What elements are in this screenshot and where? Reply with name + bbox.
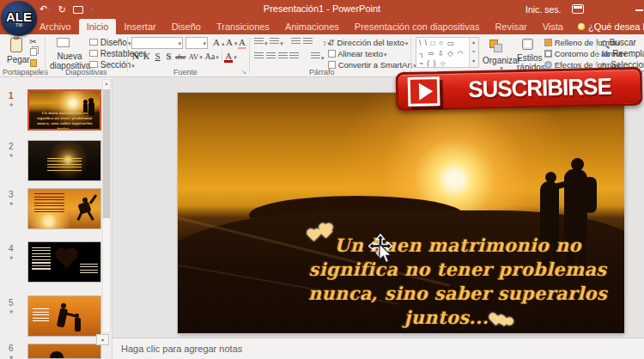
slide-canvas: Un buen matrimonio no significa no tener… — [112, 77, 644, 338]
replace-icon: ab — [601, 50, 611, 58]
change-case-button[interactable]: Aa▾ — [205, 52, 219, 61]
animation-star-icon: * — [9, 254, 13, 265]
animation-star-icon: * — [9, 308, 13, 319]
replace-button[interactable]: ab Reemplazar — [601, 49, 644, 58]
slide-thumbnail-1[interactable]: Un buen matrimonio no significa no tener… — [27, 89, 101, 131]
slide-thumbnail-4[interactable] — [27, 241, 101, 283]
slide-number-2: 2 — [9, 142, 14, 151]
animation-star-icon: * — [9, 354, 13, 359]
clipboard-dialog-launcher-icon[interactable]: ↘ — [37, 69, 42, 76]
layout-button[interactable]: Diseño▾ — [89, 38, 131, 47]
group-separator — [410, 37, 411, 73]
shape-effects-icon — [544, 61, 552, 69]
font-dialog-launcher-icon[interactable]: ↘ — [241, 69, 246, 76]
tab-insertar[interactable]: Insertar — [116, 19, 163, 34]
strikethrough-button[interactable]: abc — [175, 52, 186, 61]
align-center-icon[interactable] — [266, 52, 276, 60]
paragraph-group-label: Párrafo — [309, 68, 335, 76]
slide-thumbnail-2[interactable] — [27, 140, 101, 181]
tab-inicio[interactable]: Inicio — [79, 19, 117, 34]
bullets-icon[interactable] — [254, 38, 264, 46]
new-slide-icon[interactable] — [57, 38, 70, 47]
tab-transiciones[interactable]: Transiciones — [209, 19, 277, 34]
slide-1-editing-area[interactable]: Un buen matrimonio no significa no tener… — [178, 93, 624, 333]
animation-star-icon: * — [9, 200, 13, 210]
text-direction-button[interactable]: ⇵ Dirección del texto▾ — [328, 38, 408, 47]
shapes-gallery[interactable]: \ \ □ ○ ▭ ┐ ⇨ ⇩ ◇ ◠ ~ ( ) ☆ ▴=▾ — [416, 37, 479, 68]
layout-icon — [89, 39, 98, 46]
underline-button[interactable]: S — [154, 51, 162, 61]
tab-revisar[interactable]: Revisar — [487, 19, 534, 34]
tab-vista[interactable]: Vista — [535, 19, 571, 34]
group-separator — [127, 37, 128, 73]
cut-icon[interactable]: ✂ — [29, 37, 36, 46]
justify-icon[interactable] — [289, 52, 299, 60]
align-right-icon[interactable] — [278, 52, 288, 60]
section-icon — [89, 61, 98, 68]
ribbon-display-options-icon[interactable] — [572, 4, 584, 14]
decrease-indent-icon[interactable] — [291, 38, 301, 46]
text-shadow-button[interactable]: S — [164, 51, 173, 61]
slide-quote-text[interactable]: Un buen matrimonio no significa no tener… — [298, 234, 617, 330]
powerpoint-window: ↶▾ ↻ ▾ Presentación1 - PowerPoint Inic. … — [0, 0, 644, 359]
animation-star-icon: * — [9, 101, 13, 112]
thumb1-quote: Un buen matrimonio no significa no tener… — [35, 111, 94, 131]
shape-outline-icon — [544, 50, 552, 58]
font-color-button[interactable]: A — [224, 52, 233, 63]
shrink-font-button[interactable]: A▾ — [225, 37, 238, 47]
minimize-icon[interactable] — [635, 9, 643, 11]
reset-icon — [89, 50, 98, 57]
italic-button[interactable]: K — [143, 51, 151, 61]
tab-animaciones[interactable]: Animaciones — [277, 19, 347, 34]
panel-scrollbar-thumb[interactable] — [103, 89, 110, 218]
line-spacing-icon[interactable]: ↕ — [323, 39, 327, 47]
notes-placeholder: Haga clic para agregar notas — [121, 344, 242, 354]
move-cursor-icon — [368, 234, 398, 266]
group-separator — [249, 37, 250, 73]
slide-thumbnail-5[interactable] — [27, 295, 101, 337]
increase-indent-icon[interactable] — [303, 38, 313, 46]
font-name-combo[interactable]: ▾ — [131, 37, 183, 49]
font-group-label: Fuente — [173, 68, 197, 76]
title-bar: ↶▾ ↻ ▾ Presentación1 - PowerPoint Inic. … — [0, 0, 644, 19]
bold-button[interactable]: N — [131, 51, 140, 61]
channel-logo: ALE T.M — [1, 1, 37, 36]
lightbulb-icon — [578, 23, 585, 30]
slide-number-1: 1 — [9, 91, 14, 100]
sign-in-link[interactable]: Inic. ses. — [526, 4, 561, 15]
ribbon-tabs: Archivo Inicio Insertar Diseño Transicio… — [0, 19, 644, 34]
find-button[interactable]: Buscar — [601, 38, 636, 47]
logo-subtext: T.M — [15, 22, 22, 27]
panel-scroll-down-button[interactable]: ▾ — [96, 334, 109, 345]
hearts-icon — [489, 313, 511, 325]
quick-styles-icon — [522, 39, 533, 50]
paste-icon[interactable] — [10, 38, 22, 52]
shapes-gallery-scroll[interactable]: ▴=▾ — [469, 38, 478, 67]
tab-diseno[interactable]: Diseño — [164, 19, 209, 34]
subscribe-label: SUSCRIBIRSE — [443, 73, 635, 104]
tell-me-box[interactable]: ¿Qué desea hacer? — [571, 19, 644, 34]
clear-formatting-button[interactable]: A — [238, 37, 246, 49]
slides-group-label: Diapositivas — [65, 68, 107, 76]
subscribe-banner[interactable]: SUSCRIBIRSE — [396, 67, 643, 111]
animation-star-icon: * — [9, 152, 13, 162]
font-size-combo[interactable]: ▾ — [185, 37, 208, 49]
align-text-button[interactable]: Alinear texto▾ — [328, 49, 386, 58]
columns-icon[interactable] — [311, 52, 320, 60]
slide-number-4: 4 — [9, 244, 14, 253]
tab-presentacion[interactable]: Presentación con diapositivas — [347, 19, 488, 34]
thumb-head-silhouette — [50, 351, 64, 359]
align-left-icon[interactable] — [254, 52, 264, 60]
slide-number-6: 6 — [9, 344, 14, 353]
copy-icon[interactable] — [30, 48, 37, 56]
slide-thumbnail-3[interactable] — [27, 188, 101, 229]
slide-thumbnail-6[interactable] — [27, 344, 101, 359]
character-spacing-button[interactable]: AV▾ — [188, 52, 202, 61]
slide-number-5: 5 — [9, 298, 14, 307]
format-painter-icon[interactable] — [30, 59, 37, 67]
notes-pane[interactable]: Haga clic para agregar notas — [112, 338, 644, 359]
group-separator — [45, 37, 46, 73]
grow-font-button[interactable]: A▴ — [212, 37, 225, 47]
paste-button[interactable]: Pegar — [7, 55, 30, 64]
numbering-icon[interactable] — [270, 38, 279, 46]
